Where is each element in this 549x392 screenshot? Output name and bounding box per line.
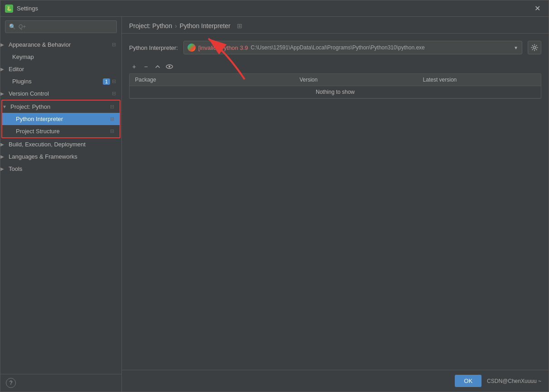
search-icon: 🔍 xyxy=(9,24,16,30)
sidebar-item-tools[interactable]: ▶ Tools xyxy=(0,163,121,175)
layout-icon: ⊟ xyxy=(110,128,114,134)
gear-icon xyxy=(531,44,538,51)
svg-point-2 xyxy=(169,66,170,68)
window-title: Settings xyxy=(17,5,531,12)
sidebar-item-label: Python Interpreter xyxy=(16,116,110,122)
add-package-button[interactable]: + xyxy=(129,62,139,72)
settings-window: 🐍 Settings ✕ 🔍 ▶ Appearance & Behavior ⊟ xyxy=(0,0,549,392)
interpreter-label: Python Interpreter: xyxy=(129,44,178,51)
main-layout: 🔍 ▶ Appearance & Behavior ⊟ Keymap xyxy=(0,17,549,392)
sidebar-bottom: ? xyxy=(0,374,121,392)
sidebar-item-label: Version Control xyxy=(9,90,112,97)
sidebar-item-label: Tools xyxy=(9,165,116,172)
layout-icon: ⊟ xyxy=(110,116,114,122)
bottom-bar: OK CSDN@ChenXuuuu ~ xyxy=(122,370,549,392)
app-icon: 🐍 xyxy=(5,5,13,13)
content-area: Project: Python › Python Interpreter ⊞ P… xyxy=(122,17,549,392)
sidebar-item-label: Plugins xyxy=(12,78,103,85)
remove-package-button[interactable]: − xyxy=(141,62,151,72)
content-body: Python Interpreter: [invalid] Python 3.9… xyxy=(122,34,549,370)
sidebar-item-label: Editor xyxy=(9,66,116,73)
sidebar-item-build[interactable]: ▶ Build, Execution, Deployment xyxy=(0,138,121,150)
sidebar-item-label: Languages & Frameworks xyxy=(9,153,116,160)
sidebar-item-editor[interactable]: ▶ Editor xyxy=(0,63,121,75)
title-bar: 🐍 Settings ✕ xyxy=(0,0,549,17)
col-header-latest: Latest version xyxy=(418,74,541,86)
expand-icon: ▶ xyxy=(0,42,7,47)
plugins-badge: 1 xyxy=(103,78,110,85)
expand-icon: ▶ xyxy=(0,166,7,171)
expand-icon: ▶ xyxy=(0,142,7,147)
sidebar-item-label: Appearance & Behavior xyxy=(9,41,112,48)
content-header: Project: Python › Python Interpreter ⊞ xyxy=(122,17,549,34)
svg-point-0 xyxy=(534,47,536,49)
project-python-section: ▼ Project: Python ⊟ Python Interpreter ⊟… xyxy=(1,100,120,138)
expand-icon: ▶ xyxy=(0,91,7,96)
sidebar-item-project-structure[interactable]: Project Structure ⊟ xyxy=(2,125,120,137)
breadcrumb-current: Python Interpreter xyxy=(180,22,231,29)
sidebar-item-project-python[interactable]: ▼ Project: Python ⊟ xyxy=(2,101,120,113)
sidebar-item-label: Project Structure xyxy=(16,128,110,135)
col-header-version: Version xyxy=(294,74,417,86)
layout-icon: ⊟ xyxy=(112,78,116,84)
gear-button[interactable] xyxy=(528,41,541,54)
expand-icon: ▶ xyxy=(0,154,7,159)
sidebar: 🔍 ▶ Appearance & Behavior ⊟ Keymap xyxy=(0,17,122,392)
dropdown-arrow-icon: ▼ xyxy=(514,45,518,50)
sidebar-item-languages[interactable]: ▶ Languages & Frameworks xyxy=(0,150,121,163)
up-icon xyxy=(154,63,161,70)
help-button[interactable]: ? xyxy=(6,378,16,388)
empty-message: Nothing to show xyxy=(130,86,541,98)
layout-icon: ⊟ xyxy=(112,91,116,97)
sidebar-content: ▶ Appearance & Behavior ⊟ Keymap ▶ Edito… xyxy=(0,37,121,374)
up-button[interactable] xyxy=(153,62,163,72)
sidebar-item-plugins[interactable]: Plugins 1 ⊟ xyxy=(0,75,121,87)
package-table-container: Package Version Latest version Nothing t… xyxy=(129,73,541,99)
sidebar-item-keymap[interactable]: Keymap xyxy=(0,51,121,63)
expand-icon: ▶ xyxy=(0,67,7,72)
expand-icon: ▼ xyxy=(2,104,9,109)
eye-icon xyxy=(166,64,173,69)
package-table: Package Version Latest version Nothing t… xyxy=(130,74,541,98)
interpreter-dropdown[interactable]: [invalid] Python 3.9 C:\Users\12591\AppD… xyxy=(183,41,522,54)
sidebar-item-label: Keymap xyxy=(12,53,116,60)
interpreter-path: C:\Users\12591\AppData\Local\Programs\Py… xyxy=(251,44,511,51)
breadcrumb: Project: Python › Python Interpreter xyxy=(129,22,231,29)
show-button[interactable] xyxy=(164,62,174,72)
layout-icon: ⊟ xyxy=(110,104,114,110)
breadcrumb-layout-icon: ⊞ xyxy=(237,22,242,29)
interpreter-globe-icon xyxy=(188,44,196,52)
csdn-label: CSDN@ChenXuuuu ~ xyxy=(487,378,541,384)
interpreter-invalid-label: [invalid] Python 3.9 xyxy=(198,44,248,51)
sidebar-item-label: Build, Execution, Deployment xyxy=(9,141,116,148)
breadcrumb-separator: › xyxy=(175,22,177,29)
search-box[interactable]: 🔍 xyxy=(5,20,117,33)
search-input[interactable] xyxy=(19,24,113,30)
ok-button[interactable]: OK xyxy=(455,375,482,387)
sidebar-item-version-control[interactable]: ▶ Version Control ⊟ xyxy=(0,87,121,100)
table-toolbar: + − xyxy=(129,62,541,72)
interpreter-row: Python Interpreter: [invalid] Python 3.9… xyxy=(129,41,541,54)
sidebar-item-appearance[interactable]: ▶ Appearance & Behavior ⊟ xyxy=(0,39,121,51)
sidebar-item-label: Project: Python xyxy=(10,103,110,110)
col-header-package: Package xyxy=(130,74,294,86)
layout-icon: ⊟ xyxy=(112,42,116,48)
breadcrumb-parent: Project: Python xyxy=(129,22,172,29)
sidebar-item-python-interpreter[interactable]: Python Interpreter ⊟ xyxy=(2,113,120,125)
close-button[interactable]: ✕ xyxy=(531,2,544,15)
